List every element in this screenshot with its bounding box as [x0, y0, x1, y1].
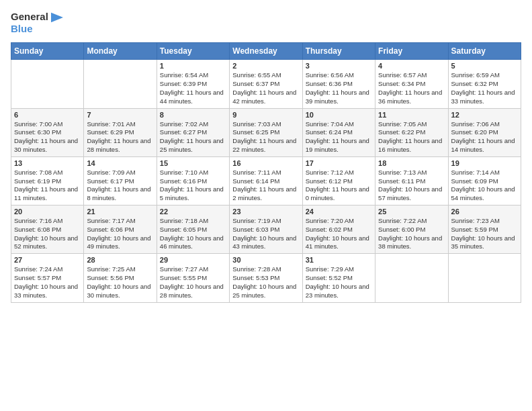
day-info: Sunrise: 7:23 AMSunset: 5:59 PMDaylight:… [451, 217, 518, 251]
day-info: Sunrise: 7:08 AMSunset: 6:19 PMDaylight:… [14, 169, 81, 203]
day-number: 20 [14, 208, 81, 216]
weekday-header-cell: Thursday [302, 43, 375, 60]
weekday-header-row: SundayMondayTuesdayWednesdayThursdayFrid… [11, 43, 521, 60]
day-number: 5 [451, 62, 518, 70]
day-number: 22 [160, 208, 226, 216]
calendar-cell: 29Sunrise: 7:27 AMSunset: 5:55 PMDayligh… [157, 254, 229, 302]
day-number: 19 [451, 159, 518, 167]
day-info: Sunrise: 7:00 AMSunset: 6:30 PMDaylight:… [14, 120, 81, 154]
day-number: 25 [378, 208, 445, 216]
weekday-header-cell: Sunday [11, 43, 84, 60]
day-number: 27 [14, 256, 81, 264]
day-info: Sunrise: 7:13 AMSunset: 6:11 PMDaylight:… [378, 169, 445, 203]
calendar-cell: 30Sunrise: 7:28 AMSunset: 5:53 PMDayligh… [230, 254, 302, 302]
day-number: 6 [14, 111, 81, 119]
logo-line2: Blue [11, 23, 63, 34]
calendar-cell: 7Sunrise: 7:01 AMSunset: 6:29 PMDaylight… [84, 108, 157, 156]
day-info: Sunrise: 7:22 AMSunset: 6:00 PMDaylight:… [378, 217, 445, 251]
calendar-cell: 8Sunrise: 7:02 AMSunset: 6:27 PMDaylight… [157, 108, 229, 156]
calendar-cell [448, 254, 521, 302]
logo-text-block: General Blue [11, 11, 63, 34]
calendar-cell: 27Sunrise: 7:24 AMSunset: 5:57 PMDayligh… [11, 254, 84, 302]
day-info: Sunrise: 7:24 AMSunset: 5:57 PMDaylight:… [14, 265, 81, 300]
day-number: 29 [160, 256, 226, 264]
day-info: Sunrise: 7:06 AMSunset: 6:20 PMDaylight:… [451, 120, 518, 154]
day-number: 18 [378, 159, 445, 167]
page-header: General Blue [11, 11, 521, 34]
day-number: 28 [87, 256, 153, 264]
calendar-cell: 3Sunrise: 6:56 AMSunset: 6:36 PMDaylight… [302, 60, 375, 108]
day-number: 31 [306, 256, 372, 264]
calendar-cell: 20Sunrise: 7:16 AMSunset: 6:08 PMDayligh… [11, 205, 84, 254]
day-info: Sunrise: 7:25 AMSunset: 5:56 PMDaylight:… [87, 265, 153, 300]
weekday-header-cell: Wednesday [230, 43, 302, 60]
day-number: 12 [451, 111, 518, 119]
day-info: Sunrise: 6:59 AMSunset: 6:32 PMDaylight:… [451, 71, 518, 105]
calendar-cell: 12Sunrise: 7:06 AMSunset: 6:20 PMDayligh… [448, 108, 521, 156]
logo: General Blue [11, 11, 63, 34]
day-info: Sunrise: 7:18 AMSunset: 6:05 PMDaylight:… [160, 217, 226, 251]
calendar-cell: 26Sunrise: 7:23 AMSunset: 5:59 PMDayligh… [448, 205, 521, 254]
logo-arrow-icon [51, 12, 63, 23]
day-info: Sunrise: 7:11 AMSunset: 6:14 PMDaylight:… [232, 169, 299, 203]
calendar-week-row: 1Sunrise: 6:54 AMSunset: 6:39 PMDaylight… [11, 60, 521, 108]
calendar-week-row: 13Sunrise: 7:08 AMSunset: 6:19 PMDayligh… [11, 156, 521, 205]
calendar-cell: 31Sunrise: 7:29 AMSunset: 5:52 PMDayligh… [302, 254, 375, 302]
calendar-cell [84, 60, 157, 108]
day-info: Sunrise: 7:01 AMSunset: 6:29 PMDaylight:… [87, 120, 153, 154]
day-number: 10 [306, 111, 372, 119]
calendar-cell: 17Sunrise: 7:12 AMSunset: 6:12 PMDayligh… [302, 156, 375, 205]
calendar-cell: 18Sunrise: 7:13 AMSunset: 6:11 PMDayligh… [375, 156, 448, 205]
calendar-cell: 5Sunrise: 6:59 AMSunset: 6:32 PMDaylight… [448, 60, 521, 108]
day-info: Sunrise: 7:09 AMSunset: 6:17 PMDaylight:… [87, 169, 153, 203]
day-number: 13 [14, 159, 81, 167]
day-info: Sunrise: 7:12 AMSunset: 6:12 PMDaylight:… [306, 169, 372, 203]
calendar-cell: 1Sunrise: 6:54 AMSunset: 6:39 PMDaylight… [157, 60, 229, 108]
day-info: Sunrise: 7:02 AMSunset: 6:27 PMDaylight:… [160, 120, 226, 154]
day-info: Sunrise: 6:55 AMSunset: 6:37 PMDaylight:… [232, 71, 299, 105]
calendar-week-row: 27Sunrise: 7:24 AMSunset: 5:57 PMDayligh… [11, 254, 521, 302]
day-info: Sunrise: 7:17 AMSunset: 6:06 PMDaylight:… [87, 217, 153, 251]
day-info: Sunrise: 7:19 AMSunset: 6:03 PMDaylight:… [232, 217, 299, 251]
day-info: Sunrise: 7:03 AMSunset: 6:25 PMDaylight:… [232, 120, 299, 154]
day-number: 23 [232, 208, 299, 216]
calendar-week-row: 6Sunrise: 7:00 AMSunset: 6:30 PMDaylight… [11, 108, 521, 156]
day-number: 21 [87, 208, 153, 216]
calendar-cell [375, 254, 448, 302]
calendar-cell: 9Sunrise: 7:03 AMSunset: 6:25 PMDaylight… [230, 108, 302, 156]
day-number: 8 [160, 111, 226, 119]
day-info: Sunrise: 7:29 AMSunset: 5:52 PMDaylight:… [306, 265, 372, 300]
weekday-header-cell: Friday [375, 43, 448, 60]
day-info: Sunrise: 6:57 AMSunset: 6:34 PMDaylight:… [378, 71, 445, 105]
day-info: Sunrise: 7:27 AMSunset: 5:55 PMDaylight:… [160, 265, 226, 300]
calendar-cell: 21Sunrise: 7:17 AMSunset: 6:06 PMDayligh… [84, 205, 157, 254]
day-number: 30 [232, 256, 299, 264]
weekday-header-cell: Tuesday [157, 43, 229, 60]
day-info: Sunrise: 7:20 AMSunset: 6:02 PMDaylight:… [306, 217, 372, 251]
weekday-header-cell: Monday [84, 43, 157, 60]
calendar-cell [11, 60, 84, 108]
calendar-cell: 25Sunrise: 7:22 AMSunset: 6:00 PMDayligh… [375, 205, 448, 254]
day-number: 26 [451, 208, 518, 216]
day-number: 14 [87, 159, 153, 167]
day-info: Sunrise: 7:04 AMSunset: 6:24 PMDaylight:… [306, 120, 372, 154]
calendar-cell: 10Sunrise: 7:04 AMSunset: 6:24 PMDayligh… [302, 108, 375, 156]
day-info: Sunrise: 7:10 AMSunset: 6:16 PMDaylight:… [160, 169, 226, 203]
calendar-cell: 22Sunrise: 7:18 AMSunset: 6:05 PMDayligh… [157, 205, 229, 254]
calendar-cell: 11Sunrise: 7:05 AMSunset: 6:22 PMDayligh… [375, 108, 448, 156]
calendar-cell: 14Sunrise: 7:09 AMSunset: 6:17 PMDayligh… [84, 156, 157, 205]
day-number: 11 [378, 111, 445, 119]
day-info: Sunrise: 7:16 AMSunset: 6:08 PMDaylight:… [14, 217, 81, 251]
day-number: 3 [306, 62, 372, 70]
day-number: 24 [306, 208, 372, 216]
day-number: 2 [232, 62, 299, 70]
day-info: Sunrise: 7:14 AMSunset: 6:09 PMDaylight:… [451, 169, 518, 203]
day-info: Sunrise: 6:54 AMSunset: 6:39 PMDaylight:… [160, 71, 226, 105]
day-number: 7 [87, 111, 153, 119]
calendar-cell: 28Sunrise: 7:25 AMSunset: 5:56 PMDayligh… [84, 254, 157, 302]
weekday-header-cell: Saturday [448, 43, 521, 60]
day-number: 4 [378, 62, 445, 70]
logo-line1: General [11, 11, 63, 23]
calendar-cell: 13Sunrise: 7:08 AMSunset: 6:19 PMDayligh… [11, 156, 84, 205]
calendar-cell: 23Sunrise: 7:19 AMSunset: 6:03 PMDayligh… [230, 205, 302, 254]
